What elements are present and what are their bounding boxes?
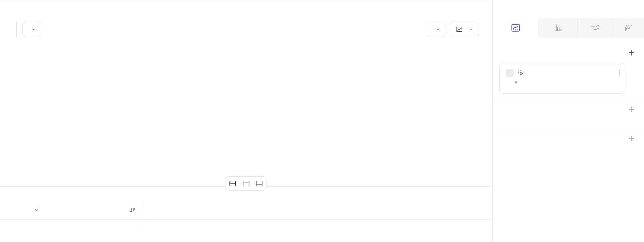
average-column-header[interactable]: [83, 207, 136, 214]
query-sidebar: [492, 0, 644, 242]
toolbar: [16, 22, 479, 37]
layout-toggle-group: [225, 176, 267, 191]
metric-menu-button[interactable]: [619, 70, 620, 76]
table-row-divider: [0, 219, 492, 220]
sort-descending-icon: [130, 207, 136, 213]
table-column-divider: [144, 202, 144, 236]
plus-icon: [629, 136, 634, 141]
legend-swatch: [242, 46, 247, 50]
chart-canvas: [0, 56, 492, 177]
metrics-section-header: [503, 50, 634, 56]
metric-aggregation-selector[interactable]: [507, 80, 518, 84]
report-type-flows[interactable]: [577, 18, 613, 38]
layout-chart-only-button[interactable]: [240, 177, 252, 190]
insights-icon: [511, 24, 520, 32]
select-all-checkbox[interactable]: [19, 207, 26, 213]
compare-button[interactable]: [22, 22, 41, 37]
split-view-icon: [229, 180, 236, 187]
plus-icon: [629, 50, 634, 56]
insights-report: [0, 0, 644, 242]
report-type-retention[interactable]: [613, 18, 644, 38]
sidebar-divider: [493, 100, 644, 100]
add-breakdown-button[interactable]: [629, 136, 634, 141]
sidebar-tabs: [508, 5, 518, 10]
flows-icon: [591, 24, 600, 32]
table-bottom-divider: [0, 236, 492, 236]
report-type-selector: [493, 18, 644, 38]
main-panel: [0, 0, 492, 242]
event-cursor-icon: [517, 70, 524, 77]
chevron-down-icon: [469, 27, 473, 31]
toolbar-right-group: [427, 22, 479, 37]
plus-icon: [629, 106, 634, 112]
metric-letter-badge: [506, 69, 514, 77]
report-type-insights[interactable]: [493, 18, 538, 38]
breakdown-table: [0, 202, 492, 242]
layout-table-only-button[interactable]: [253, 177, 266, 190]
filter-section-header: [503, 106, 634, 112]
metric-card[interactable]: [499, 63, 625, 94]
retention-icon: [625, 24, 633, 32]
metric-card-row: [506, 69, 620, 77]
line-chart[interactable]: [0, 56, 492, 177]
chevron-down-icon: [514, 80, 518, 84]
chevron-down-icon: [31, 27, 35, 31]
event-column-header[interactable]: [30, 207, 39, 214]
chart-legend: [0, 46, 492, 50]
add-metric-button[interactable]: [629, 50, 634, 56]
check-icon: [21, 208, 25, 212]
row-checkbox[interactable]: [19, 223, 26, 229]
chart-only-icon: [242, 180, 250, 187]
breakdown-section-header: [503, 136, 634, 141]
chart-type-button[interactable]: [450, 22, 479, 37]
chevron-down-icon: [35, 208, 39, 212]
granularity-button[interactable]: [427, 22, 446, 37]
top-divider: [0, 1, 492, 1]
sidebar-divider: [493, 126, 644, 126]
table-only-icon: [256, 180, 263, 187]
layout-split-view-button[interactable]: [227, 177, 239, 190]
date-range-selector: [16, 22, 17, 37]
chevron-down-icon: [436, 27, 440, 31]
funnels-icon: [554, 24, 562, 32]
line-chart-icon: [456, 26, 462, 33]
report-type-funnels[interactable]: [538, 18, 577, 38]
check-icon: [21, 224, 25, 228]
kebab-icon: [619, 70, 620, 76]
add-filter-button[interactable]: [629, 106, 634, 112]
